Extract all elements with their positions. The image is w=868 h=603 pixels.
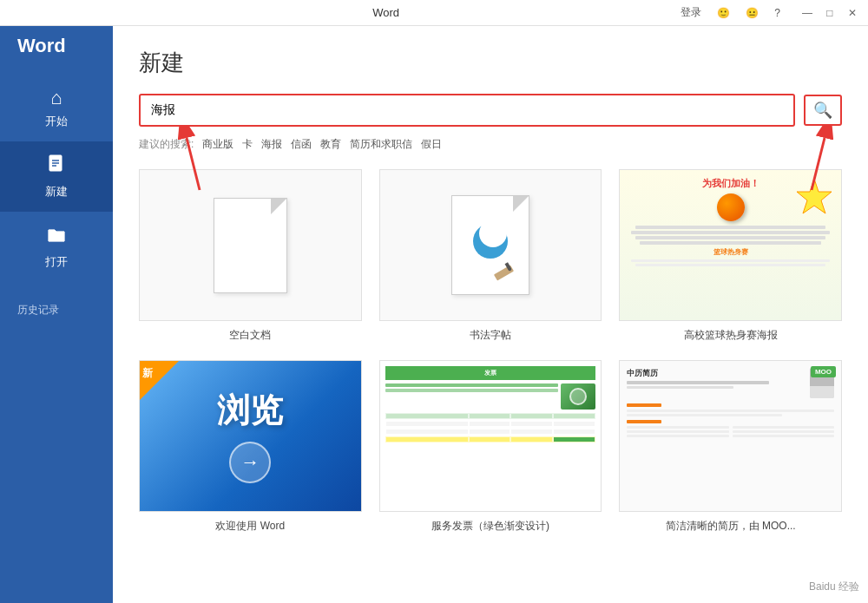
template-label-resume: 简洁清晰的简历，由 MOO...	[666, 519, 796, 534]
template-label-blank: 空白文档	[229, 328, 271, 343]
template-resume[interactable]: MOO 中历简历	[619, 360, 842, 534]
minimize-button[interactable]: —	[800, 6, 814, 20]
account-icon: 😐	[741, 5, 763, 21]
close-button[interactable]: ✕	[845, 6, 859, 20]
suggestion-biz[interactable]: 商业版	[202, 137, 233, 152]
sidebar: Word ⌂ 开始 新建 打开	[0, 26, 113, 603]
watermark: Baidu 经验	[809, 580, 859, 594]
svg-marker-8	[797, 179, 832, 213]
template-calligraphy[interactable]: 书法字帖	[379, 169, 602, 343]
template-thumb-calligraphy	[379, 169, 602, 321]
template-thumb-invoice: 发票	[379, 360, 602, 512]
window-controls: — □ ✕	[800, 6, 859, 20]
login-button[interactable]: 登录	[676, 3, 706, 22]
suggestion-holiday[interactable]: 假日	[421, 137, 442, 152]
template-blank[interactable]: 空白文档	[139, 169, 362, 343]
suggestion-poster[interactable]: 海报	[261, 137, 282, 152]
sidebar-item-home[interactable]: ⌂ 开始	[0, 75, 113, 141]
search-input[interactable]	[141, 95, 793, 125]
template-basketball[interactable]: 为我们加油！ 篮球热身赛	[619, 169, 842, 343]
template-thumb-basketball: 为我们加油！ 篮球热身赛	[619, 169, 842, 321]
sidebar-history[interactable]: 历史记录	[0, 291, 113, 318]
template-label-calligraphy: 书法字帖	[470, 328, 511, 343]
maximize-button[interactable]: □	[823, 6, 837, 20]
sidebar-logo: Word	[0, 35, 66, 57]
home-icon: ⌂	[50, 87, 62, 109]
open-icon	[46, 224, 67, 250]
template-invoice[interactable]: 发票	[379, 360, 602, 534]
app-title: Word	[372, 6, 399, 19]
template-thumb-welcome: 新 浏览 →	[139, 360, 362, 512]
sidebar-home-label: 开始	[45, 114, 68, 129]
search-area: 🔍	[139, 94, 842, 127]
main-layout: Word ⌂ 开始 新建 打开	[0, 26, 868, 603]
sidebar-new-label: 新建	[45, 184, 68, 200]
content-area: 新建 🔍	[113, 26, 868, 603]
template-label-basketball: 高校篮球热身赛海报	[684, 328, 778, 343]
suggestion-letter[interactable]: 信函	[291, 137, 312, 152]
template-thumb-resume: MOO 中历简历	[619, 360, 842, 512]
sidebar-open-label: 打开	[45, 254, 68, 270]
template-grid: 空白文档	[139, 169, 842, 534]
sidebar-item-new[interactable]: 新建	[0, 141, 113, 212]
suggestion-card[interactable]: 卡	[242, 137, 253, 152]
title-bar-right: 登录 🙂 😐 ? — □ ✕	[676, 3, 859, 22]
sidebar-item-open[interactable]: 打开	[0, 212, 113, 282]
template-welcome[interactable]: 新 浏览 → 欢迎使用 Word	[139, 360, 362, 534]
template-label-invoice: 服务发票（绿色渐变设计)	[431, 519, 549, 534]
new-doc-icon	[46, 154, 67, 180]
title-bar: Word 登录 🙂 😐 ? — □ ✕	[0, 0, 868, 26]
template-label-welcome: 欢迎使用 Word	[215, 519, 285, 534]
suggestion-resume[interactable]: 简历和求职信	[350, 137, 412, 152]
template-thumb-blank	[139, 169, 362, 321]
help-icon[interactable]: ?	[770, 5, 785, 21]
suggestion-edu[interactable]: 教育	[320, 137, 341, 152]
suggestions-label: 建议的搜索:	[139, 137, 194, 152]
search-wrapper: 🔍	[139, 94, 842, 127]
smiley-icon: 🙂	[713, 5, 734, 21]
page-title: 新建	[139, 48, 842, 78]
suggestions-row: 建议的搜索: 商业版 卡 海报 信函 教育 简历和求职信 假日	[139, 137, 842, 152]
search-button[interactable]: 🔍	[804, 95, 842, 126]
